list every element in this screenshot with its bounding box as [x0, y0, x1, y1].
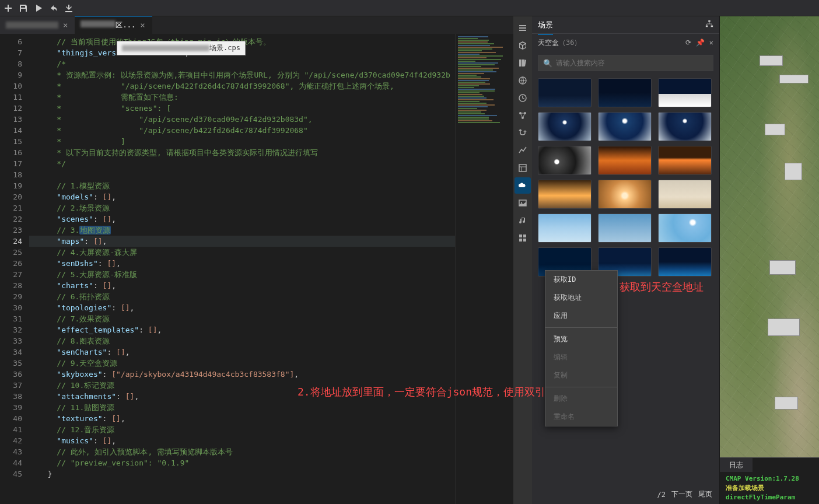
log-tabs: 日志: [720, 458, 819, 472]
refresh-icon[interactable]: ⟳: [685, 38, 691, 47]
globe-icon[interactable]: [514, 72, 531, 89]
pagination: /2 下一页 尾页: [532, 485, 719, 504]
log-panel: 日志 CMAP Version:1.7.28准备加载场景directFlyTim…: [720, 457, 819, 504]
image-icon[interactable]: [514, 195, 531, 211]
settings-icon[interactable]: [514, 20, 531, 36]
grid-icon[interactable]: [514, 230, 531, 246]
hierarchy-icon[interactable]: [705, 20, 713, 30]
save-icon[interactable]: [19, 4, 28, 13]
svg-rect-10: [519, 239, 522, 242]
menu-copy: 复制: [545, 366, 617, 384]
skybox-thumb[interactable]: [598, 146, 652, 175]
music-icon[interactable]: [514, 212, 531, 229]
skybox-thumb[interactable]: [598, 78, 652, 107]
panel-tab-scene[interactable]: 场景: [538, 20, 553, 35]
editor-tab[interactable]: 区... ×: [75, 16, 152, 34]
resource-panel: 场景 天空盒（36） ⟳ 📌 ✕ 🔍: [532, 16, 720, 504]
tab-tooltip: 场景.cps: [117, 41, 246, 55]
menu-preview[interactable]: 预览: [545, 330, 617, 348]
skybox-thumb[interactable]: [658, 112, 712, 141]
svg-rect-11: [523, 239, 526, 242]
log-body: CMAP Version:1.7.28准备加载场景directFlyTimePa…: [720, 472, 819, 504]
library-icon[interactable]: [514, 55, 531, 71]
last-page[interactable]: 尾页: [698, 489, 712, 499]
close-icon[interactable]: ×: [139, 20, 146, 30]
svg-rect-12: [708, 20, 710, 22]
menu-get-url[interactable]: 获取地址: [545, 289, 617, 307]
close-icon[interactable]: ×: [62, 20, 69, 30]
line-gutter: 6789101112131415161718192021222324252627…: [0, 34, 29, 504]
branch-icon[interactable]: [514, 125, 531, 141]
skybox-thumb[interactable]: [538, 78, 592, 107]
next-page[interactable]: 下一页: [671, 489, 692, 499]
page-indicator: /2: [657, 491, 666, 499]
code-editor[interactable]: // 当前项目使用的ThingJS包（thing.min.js）的版本号。 "t…: [29, 34, 455, 504]
skybox-thumb[interactable]: [658, 146, 712, 175]
skybox-thumb[interactable]: [598, 112, 652, 141]
section-header: 天空盒（36） ⟳ 📌 ✕: [532, 34, 719, 51]
cloud-icon[interactable]: [514, 177, 531, 194]
editor-tab[interactable]: ×: [0, 16, 75, 34]
chart-icon[interactable]: [514, 142, 531, 159]
skybox-thumb[interactable]: [538, 112, 592, 141]
section-title: 天空盒（36）: [538, 38, 581, 48]
tab-label: [6, 22, 58, 29]
annotation-2: 2.将地址放到里面，一定要符合json规范，使用双引号: [298, 385, 556, 399]
skybox-thumb[interactable]: [598, 214, 652, 243]
svg-rect-14: [711, 26, 713, 27]
cube-icon[interactable]: [514, 37, 531, 54]
play-icon[interactable]: [34, 4, 43, 13]
menu-apply[interactable]: 应用: [545, 307, 617, 325]
skybox-thumb[interactable]: [658, 180, 712, 209]
menu-delete: 删除: [545, 390, 617, 408]
close-icon[interactable]: ✕: [709, 38, 713, 47]
skybox-thumb[interactable]: [538, 214, 592, 243]
nodes-icon[interactable]: [514, 107, 531, 124]
menu-rename: 重命名: [545, 408, 617, 426]
skybox-thumb[interactable]: [658, 247, 712, 276]
plus-icon[interactable]: [4, 4, 13, 13]
tab-label: 区...: [80, 20, 135, 30]
panel-header: 场景: [532, 16, 719, 34]
download-icon[interactable]: [64, 4, 74, 13]
search-box[interactable]: 🔍: [538, 55, 713, 71]
search-icon: 🔍: [543, 59, 552, 68]
menu-get-id[interactable]: 获取ID: [545, 271, 617, 289]
search-input[interactable]: [556, 59, 708, 67]
svg-rect-13: [706, 26, 708, 27]
share-icon[interactable]: [49, 4, 58, 13]
annotation-1: 1.获取到天空盒地址: [607, 280, 704, 294]
editor-area: × 区... × 场景.cps 678910111213141516171819…: [0, 16, 513, 504]
layout-icon[interactable]: [514, 160, 531, 176]
context-menu: 获取ID 获取地址 应用 预览 编辑 复制 删除 重命名: [545, 270, 618, 426]
svg-point-7: [521, 202, 522, 203]
log-tab[interactable]: 日志: [720, 458, 752, 472]
svg-rect-5: [519, 164, 526, 172]
svg-rect-9: [523, 235, 526, 237]
skybox-thumb[interactable]: [538, 180, 592, 209]
scene-preview[interactable]: 日志 CMAP Version:1.7.28准备加载场景directFlyTim…: [720, 16, 819, 504]
skybox-thumb[interactable]: [658, 214, 712, 243]
resource-icon-rail: [513, 16, 532, 504]
menu-edit: 编辑: [545, 348, 617, 366]
top-toolbar: [0, 0, 819, 16]
skybox-thumb[interactable]: [538, 146, 592, 175]
minimap[interactable]: [455, 34, 513, 504]
editor-tabs: × 区... ×: [0, 16, 513, 34]
skybox-thumb[interactable]: [598, 180, 652, 209]
clock-icon[interactable]: [514, 90, 531, 106]
pin-icon[interactable]: 📌: [696, 38, 705, 47]
svg-rect-8: [519, 235, 522, 237]
skybox-thumb[interactable]: [658, 78, 712, 107]
